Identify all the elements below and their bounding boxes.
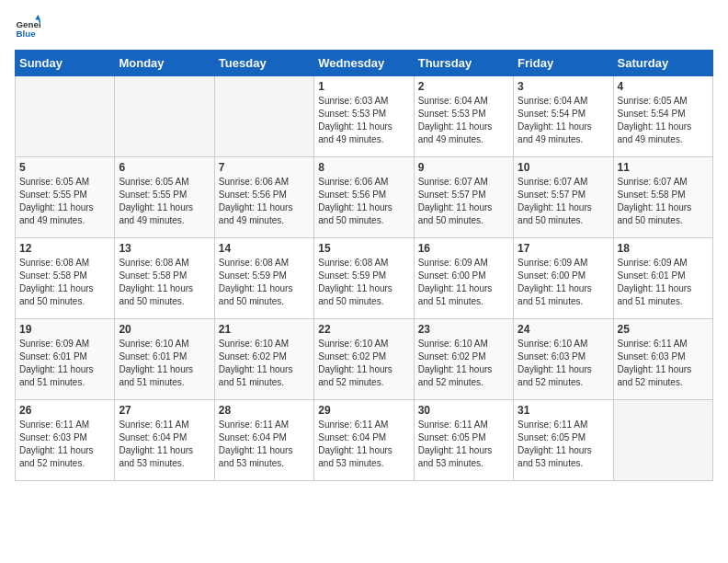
header-thursday: Thursday [414,51,513,76]
calendar-cell: 2Sunrise: 6:04 AM Sunset: 5:53 PM Daylig… [414,76,513,157]
day-info: Sunrise: 6:06 AM Sunset: 5:56 PM Dayligh… [318,176,409,227]
calendar-body: 1Sunrise: 6:03 AM Sunset: 5:53 PM Daylig… [16,76,713,481]
calendar-cell: 7Sunrise: 6:06 AM Sunset: 5:56 PM Daylig… [214,157,313,238]
day-number: 8 [318,161,409,174]
calendar-cell: 29Sunrise: 6:11 AM Sunset: 6:04 PM Dayli… [314,400,414,481]
header: General Blue [15,15,713,40]
logo: General Blue [15,15,40,40]
day-number: 20 [119,323,210,336]
calendar-cell: 31Sunrise: 6:11 AM Sunset: 6:05 PM Dayli… [514,400,613,481]
day-number: 24 [518,323,609,336]
day-info: Sunrise: 6:08 AM Sunset: 5:59 PM Dayligh… [318,257,409,308]
day-info: Sunrise: 6:07 AM Sunset: 5:57 PM Dayligh… [518,176,609,227]
day-number: 25 [618,323,709,336]
calendar-cell: 16Sunrise: 6:09 AM Sunset: 6:00 PM Dayli… [414,238,513,319]
day-info: Sunrise: 6:09 AM Sunset: 6:01 PM Dayligh… [618,257,709,308]
day-info: Sunrise: 6:10 AM Sunset: 6:03 PM Dayligh… [518,338,609,389]
week-row-3: 12Sunrise: 6:08 AM Sunset: 5:58 PM Dayli… [16,238,713,319]
day-info: Sunrise: 6:06 AM Sunset: 5:56 PM Dayligh… [219,176,310,227]
day-info: Sunrise: 6:04 AM Sunset: 5:53 PM Dayligh… [418,95,509,146]
svg-marker-2 [35,15,40,20]
logo-icon: General Blue [15,15,40,40]
svg-text:Blue: Blue [16,29,36,39]
day-info: Sunrise: 6:11 AM Sunset: 6:04 PM Dayligh… [318,419,409,470]
calendar-cell: 9Sunrise: 6:07 AM Sunset: 5:57 PM Daylig… [414,157,513,238]
calendar-cell: 4Sunrise: 6:05 AM Sunset: 5:54 PM Daylig… [613,76,712,157]
day-number: 10 [518,161,609,174]
day-number: 31 [518,404,609,417]
day-number: 23 [418,323,509,336]
day-info: Sunrise: 6:03 AM Sunset: 5:53 PM Dayligh… [318,95,409,146]
day-info: Sunrise: 6:09 AM Sunset: 6:01 PM Dayligh… [19,338,110,389]
header-sunday: Sunday [16,51,115,76]
calendar-cell: 27Sunrise: 6:11 AM Sunset: 6:04 PM Dayli… [115,400,214,481]
day-info: Sunrise: 6:08 AM Sunset: 5:58 PM Dayligh… [119,257,210,308]
day-info: Sunrise: 6:07 AM Sunset: 5:58 PM Dayligh… [618,176,709,227]
day-number: 26 [19,404,110,417]
day-number: 13 [119,242,210,255]
day-info: Sunrise: 6:07 AM Sunset: 5:57 PM Dayligh… [418,176,509,227]
calendar-cell: 28Sunrise: 6:11 AM Sunset: 6:04 PM Dayli… [214,400,313,481]
calendar-table: SundayMondayTuesdayWednesdayThursdayFrid… [15,50,713,481]
day-info: Sunrise: 6:11 AM Sunset: 6:04 PM Dayligh… [219,419,310,470]
calendar-cell: 6Sunrise: 6:05 AM Sunset: 5:55 PM Daylig… [115,157,214,238]
calendar-cell: 21Sunrise: 6:10 AM Sunset: 6:02 PM Dayli… [214,319,313,400]
day-number: 21 [219,323,310,336]
day-info: Sunrise: 6:09 AM Sunset: 6:00 PM Dayligh… [518,257,609,308]
calendar-cell: 5Sunrise: 6:05 AM Sunset: 5:55 PM Daylig… [16,157,115,238]
day-number: 2 [418,80,509,93]
day-info: Sunrise: 6:05 AM Sunset: 5:55 PM Dayligh… [19,176,110,227]
day-number: 1 [318,80,409,93]
day-number: 5 [19,161,110,174]
week-row-4: 19Sunrise: 6:09 AM Sunset: 6:01 PM Dayli… [16,319,713,400]
calendar-cell: 8Sunrise: 6:06 AM Sunset: 5:56 PM Daylig… [314,157,414,238]
day-number: 27 [119,404,210,417]
day-info: Sunrise: 6:05 AM Sunset: 5:54 PM Dayligh… [618,95,709,146]
day-number: 9 [418,161,509,174]
calendar-cell: 26Sunrise: 6:11 AM Sunset: 6:03 PM Dayli… [16,400,115,481]
calendar-cell: 14Sunrise: 6:08 AM Sunset: 5:59 PM Dayli… [214,238,313,319]
day-info: Sunrise: 6:05 AM Sunset: 5:55 PM Dayligh… [119,176,210,227]
day-number: 29 [318,404,409,417]
calendar-cell [16,76,115,157]
day-number: 7 [219,161,310,174]
day-number: 11 [618,161,709,174]
day-number: 6 [119,161,210,174]
day-number: 28 [219,404,310,417]
calendar-cell: 20Sunrise: 6:10 AM Sunset: 6:01 PM Dayli… [115,319,214,400]
header-wednesday: Wednesday [314,51,414,76]
calendar-cell [613,400,712,481]
calendar-cell: 17Sunrise: 6:09 AM Sunset: 6:00 PM Dayli… [514,238,613,319]
week-row-5: 26Sunrise: 6:11 AM Sunset: 6:03 PM Dayli… [16,400,713,481]
day-number: 17 [518,242,609,255]
day-info: Sunrise: 6:11 AM Sunset: 6:03 PM Dayligh… [19,419,110,470]
calendar-cell: 30Sunrise: 6:11 AM Sunset: 6:05 PM Dayli… [414,400,513,481]
day-info: Sunrise: 6:10 AM Sunset: 6:01 PM Dayligh… [119,338,210,389]
day-number: 22 [318,323,409,336]
week-row-1: 1Sunrise: 6:03 AM Sunset: 5:53 PM Daylig… [16,76,713,157]
day-info: Sunrise: 6:11 AM Sunset: 6:05 PM Dayligh… [518,419,609,470]
calendar-cell: 24Sunrise: 6:10 AM Sunset: 6:03 PM Dayli… [514,319,613,400]
day-info: Sunrise: 6:08 AM Sunset: 5:59 PM Dayligh… [219,257,310,308]
calendar-header: SundayMondayTuesdayWednesdayThursdayFrid… [16,51,713,76]
day-info: Sunrise: 6:11 AM Sunset: 6:04 PM Dayligh… [119,419,210,470]
calendar-cell: 22Sunrise: 6:10 AM Sunset: 6:02 PM Dayli… [314,319,414,400]
header-monday: Monday [115,51,214,76]
day-info: Sunrise: 6:04 AM Sunset: 5:54 PM Dayligh… [518,95,609,146]
day-info: Sunrise: 6:11 AM Sunset: 6:05 PM Dayligh… [418,419,509,470]
day-info: Sunrise: 6:09 AM Sunset: 6:00 PM Dayligh… [418,257,509,308]
day-info: Sunrise: 6:08 AM Sunset: 5:58 PM Dayligh… [19,257,110,308]
header-saturday: Saturday [613,51,712,76]
day-info: Sunrise: 6:10 AM Sunset: 6:02 PM Dayligh… [219,338,310,389]
calendar-cell: 19Sunrise: 6:09 AM Sunset: 6:01 PM Dayli… [16,319,115,400]
day-number: 12 [19,242,110,255]
calendar-cell: 12Sunrise: 6:08 AM Sunset: 5:58 PM Dayli… [16,238,115,319]
calendar-cell: 10Sunrise: 6:07 AM Sunset: 5:57 PM Dayli… [514,157,613,238]
day-number: 4 [618,80,709,93]
header-friday: Friday [514,51,613,76]
calendar-cell: 1Sunrise: 6:03 AM Sunset: 5:53 PM Daylig… [314,76,414,157]
calendar-cell: 18Sunrise: 6:09 AM Sunset: 6:01 PM Dayli… [613,238,712,319]
day-number: 18 [618,242,709,255]
day-info: Sunrise: 6:11 AM Sunset: 6:03 PM Dayligh… [618,338,709,389]
day-number: 14 [219,242,310,255]
